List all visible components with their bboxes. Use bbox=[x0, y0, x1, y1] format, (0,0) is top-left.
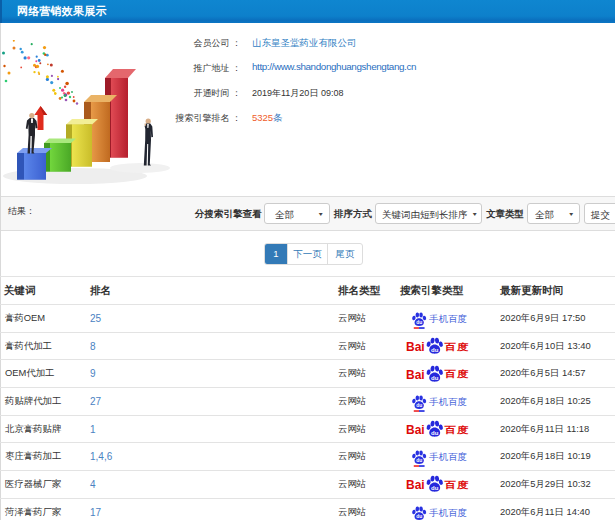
svg-text:du: du bbox=[431, 374, 439, 380]
svg-text:du: du bbox=[431, 485, 439, 491]
svg-text:du: du bbox=[431, 430, 439, 436]
svg-text:du: du bbox=[416, 320, 422, 325]
svg-text:du: du bbox=[416, 403, 422, 408]
svg-text:du: du bbox=[416, 459, 422, 464]
svg-text:du: du bbox=[416, 514, 422, 519]
svg-text:du: du bbox=[431, 347, 439, 353]
